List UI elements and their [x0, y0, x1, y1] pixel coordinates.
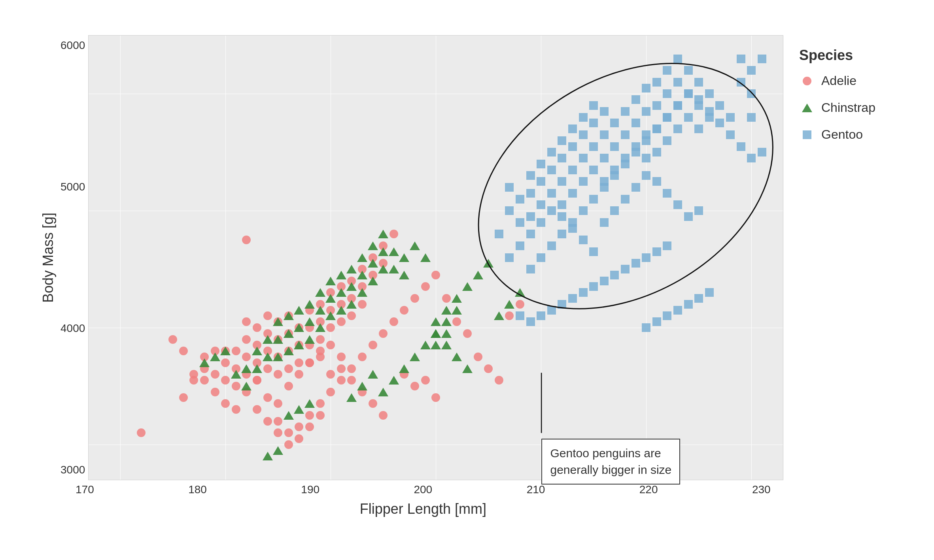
y-axis-ticks: 6000 5000 4000 3000 — [61, 35, 88, 480]
legend: Species Adelie Chinstrap Gentoo — [799, 47, 894, 154]
y-tick-5000: 5000 — [61, 181, 85, 193]
plot-panel: Gentoo penguins aregenerally bigger in s… — [88, 35, 783, 480]
annotation-box: Gentoo penguins aregenerally bigger in s… — [541, 439, 680, 485]
chart-container: Body Mass [g] 6000 5000 4000 3000 Gentoo… — [32, 19, 902, 541]
x-axis-ticks: 170180190200210220230 — [76, 480, 771, 496]
legend-title: Species — [799, 47, 894, 64]
x-axis-label: Flipper Length [mm] — [360, 501, 486, 517]
legend-item-chinstrap: Chinstrap — [799, 100, 894, 116]
adelie-label: Adelie — [821, 74, 856, 88]
chinstrap-label: Chinstrap — [821, 100, 875, 115]
y-tick-4000: 4000 — [61, 322, 85, 335]
chart-area: Body Mass [g] 6000 5000 4000 3000 Gentoo… — [40, 35, 783, 517]
gentoo-icon — [799, 127, 815, 143]
gentoo-label: Gentoo — [821, 127, 863, 142]
y-tick-3000: 3000 — [61, 464, 85, 476]
x-axis-area: 170180190200210220230 Flipper Length [mm… — [76, 480, 771, 517]
y-tick-6000: 6000 — [61, 39, 85, 52]
chinstrap-icon — [799, 100, 815, 116]
y-axis-label: Body Mass [g] — [40, 35, 57, 480]
legend-item-gentoo: Gentoo — [799, 127, 894, 143]
legend-item-adelie: Adelie — [799, 73, 894, 89]
svg-point-0 — [435, 13, 817, 359]
chart-with-yaxis: Body Mass [g] 6000 5000 4000 3000 Gentoo… — [40, 35, 783, 480]
adelie-icon — [799, 73, 815, 89]
